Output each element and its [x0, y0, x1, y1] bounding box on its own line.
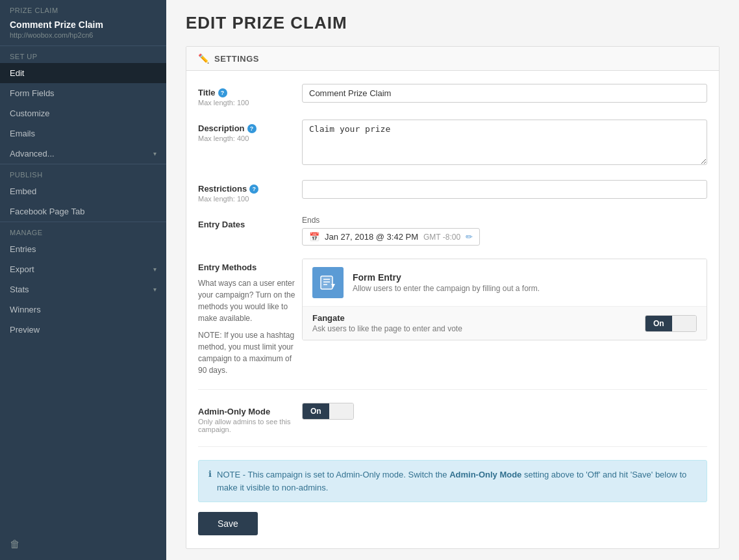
- admin-toggle-off: [329, 403, 353, 419]
- description-help-icon[interactable]: ?: [247, 124, 257, 133]
- fangate-name: Fangate: [312, 313, 636, 323]
- sidebar-campaign-name: Comment Prize Claim: [0, 17, 166, 31]
- entry-dates-label: Entry Dates: [198, 220, 302, 229]
- restrictions-max-length: Max length: 100: [198, 195, 302, 203]
- end-date-text: Jan 27, 2018 @ 3:42 PM: [325, 232, 418, 242]
- sidebar-campaign-url: http://woobox.com/hp2cn6: [0, 31, 166, 45]
- description-input[interactable]: Claim your prize: [302, 120, 707, 165]
- date-edit-icon[interactable]: ✏: [466, 232, 473, 242]
- sidebar-item-advanced[interactable]: Advanced... ▾: [0, 144, 166, 164]
- sidebar-manage-label: MANAGE: [0, 222, 166, 239]
- description-label-col: Description ? Max length: 400: [198, 120, 302, 142]
- restrictions-row: Restrictions ? Max length: 100: [198, 180, 707, 203]
- chevron-down-icon: ▾: [153, 150, 157, 157]
- page-title: EDIT PRIZE CLAIM: [186, 13, 720, 33]
- card-divider: [198, 389, 707, 390]
- title-label: Title ?: [198, 88, 302, 97]
- sidebar-publish-label: PUBLISH: [0, 164, 166, 181]
- restrictions-control-col: [302, 180, 707, 199]
- title-input[interactable]: [302, 84, 707, 103]
- entry-methods-label-col: Entry Methods What ways can a user enter…: [198, 259, 302, 376]
- entry-dates-control-col: Ends 📅 Jan 27, 2018 @ 3:42 PM GMT -8:00 …: [302, 216, 707, 246]
- sidebar: PRIZE CLAIM Comment Prize Claim http://w…: [0, 0, 166, 560]
- settings-card: ✏️ SETTINGS Title ? Max length: 100: [186, 46, 720, 549]
- settings-card-header: ✏️ SETTINGS: [186, 47, 719, 71]
- fangate-toggle-off: [672, 316, 696, 331]
- fangate-toggle-on: On: [645, 316, 672, 331]
- sidebar-item-entries[interactable]: Entries: [0, 239, 166, 259]
- card-divider-2: [198, 446, 707, 447]
- info-alert-text: NOTE - This campaign is set to Admin-Onl…: [217, 468, 697, 494]
- title-row: Title ? Max length: 100: [198, 84, 707, 107]
- form-entry-icon: [312, 267, 344, 298]
- fangate-info: Fangate Ask users to like the page to en…: [312, 313, 636, 333]
- timezone-text: GMT -8:00: [423, 233, 460, 242]
- entry-methods-row: Entry Methods What ways can a user enter…: [198, 259, 707, 376]
- admin-toggle-on: On: [303, 403, 329, 419]
- admin-mode-control: On: [302, 403, 354, 420]
- form-entry-info: Form Entry Allow users to enter the camp…: [353, 272, 697, 293]
- sidebar-setup-label: SET UP: [0, 46, 166, 63]
- sidebar-item-winners[interactable]: Winners: [0, 299, 166, 320]
- description-label: Description ?: [198, 123, 302, 133]
- sidebar-item-export[interactable]: Export ▾: [0, 259, 166, 279]
- description-control-col: Claim your prize: [302, 120, 707, 167]
- main-content: EDIT PRIZE CLAIM ✏️ SETTINGS Title ? Max…: [166, 0, 739, 560]
- title-control-col: [302, 84, 707, 103]
- sidebar-item-embed[interactable]: Embed: [0, 181, 166, 201]
- restrictions-label-col: Restrictions ? Max length: 100: [198, 180, 302, 203]
- entry-methods-card: Form Entry Allow users to enter the camp…: [302, 259, 707, 340]
- admin-mode-label: Admin-Only Mode: [198, 407, 302, 416]
- trash-icon[interactable]: 🗑: [10, 539, 20, 550]
- sidebar-item-emails[interactable]: Emails: [0, 123, 166, 144]
- sidebar-prize-claim-label: PRIZE CLAIM: [0, 0, 166, 17]
- title-label-col: Title ? Max length: 100: [198, 84, 302, 107]
- admin-only-toggle[interactable]: On: [302, 403, 354, 420]
- info-icon: ℹ: [208, 469, 212, 479]
- sidebar-item-customize[interactable]: Customize: [0, 103, 166, 123]
- ends-label: Ends: [302, 216, 707, 225]
- calendar-icon: 📅: [309, 232, 319, 242]
- fangate-row: Fangate Ask users to like the page to en…: [303, 307, 707, 340]
- fangate-desc: Ask users to like the page to enter and …: [312, 324, 636, 333]
- svg-rect-0: [321, 276, 332, 289]
- form-entry-name: Form Entry: [353, 272, 697, 283]
- entry-dates-row: Entry Dates Ends 📅 Jan 27, 2018 @ 3:42 P…: [198, 216, 707, 246]
- entry-methods-control-col: Form Entry Allow users to enter the camp…: [302, 259, 707, 340]
- entry-dates-label-col: Entry Dates: [198, 216, 302, 229]
- admin-mode-label-col: Admin-Only Mode Only allow admins to see…: [198, 403, 302, 433]
- form-entry-item: Form Entry Allow users to enter the camp…: [303, 259, 707, 307]
- admin-mode-sublabel: Only allow admins to see this campaign.: [198, 418, 302, 433]
- sidebar-item-form-fields[interactable]: Form Fields: [0, 83, 166, 103]
- settings-icon: ✏️: [198, 53, 209, 64]
- form-entry-desc: Allow users to enter the campaign by fil…: [353, 284, 697, 293]
- entry-methods-desc: What ways can a user enter your campaign…: [198, 277, 302, 376]
- description-max-length: Max length: 400: [198, 134, 302, 142]
- sidebar-item-edit[interactable]: Edit: [0, 63, 166, 83]
- sidebar-item-facebook-page-tab[interactable]: Facebook Page Tab: [0, 201, 166, 222]
- sidebar-item-stats[interactable]: Stats ▾: [0, 279, 166, 299]
- description-row: Description ? Max length: 400 Claim your…: [198, 120, 707, 167]
- sidebar-item-preview[interactable]: Preview: [0, 320, 166, 340]
- admin-mode-row: Admin-Only Mode Only allow admins to see…: [198, 403, 707, 433]
- chevron-down-icon: ▾: [153, 266, 157, 273]
- settings-card-title: SETTINGS: [214, 54, 259, 64]
- fangate-toggle[interactable]: On: [645, 315, 697, 332]
- settings-card-body: Title ? Max length: 100 Description ? Ma…: [186, 71, 719, 548]
- chevron-down-icon: ▾: [153, 286, 157, 293]
- title-max-length: Max length: 100: [198, 99, 302, 107]
- restrictions-input[interactable]: [302, 180, 707, 199]
- sidebar-delete-area: 🗑: [0, 529, 166, 560]
- info-alert: ℹ NOTE - This campaign is set to Admin-O…: [198, 460, 707, 502]
- date-display[interactable]: 📅 Jan 27, 2018 @ 3:42 PM GMT -8:00 ✏: [302, 228, 480, 246]
- restrictions-label: Restrictions ?: [198, 184, 302, 194]
- entry-methods-label: Entry Methods: [198, 262, 302, 272]
- restrictions-help-icon[interactable]: ?: [249, 185, 258, 194]
- title-help-icon[interactable]: ?: [218, 88, 227, 97]
- save-button[interactable]: Save: [198, 512, 258, 535]
